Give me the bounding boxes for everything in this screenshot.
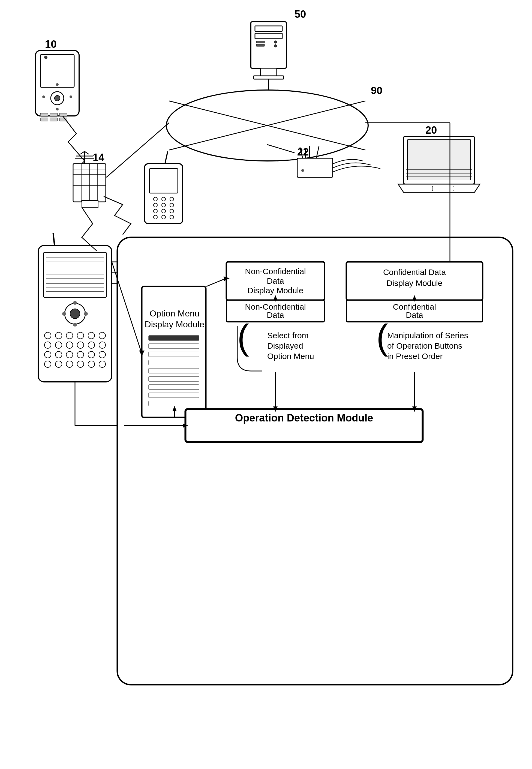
svg-rect-23 <box>50 113 58 116</box>
label-20: 20 <box>425 124 437 136</box>
svg-rect-3 <box>256 41 265 43</box>
svg-point-19 <box>70 95 72 98</box>
svg-point-87 <box>84 312 88 315</box>
non-conf-module-label-1: Non-Confidential <box>245 267 306 276</box>
svg-rect-25 <box>40 118 48 121</box>
label-90: 90 <box>371 85 382 96</box>
svg-line-29 <box>80 151 85 154</box>
label-14: 14 <box>93 152 104 163</box>
svg-rect-42 <box>82 200 98 207</box>
conf-module-label-1: Confidential Data <box>383 267 446 276</box>
svg-point-69 <box>301 169 304 172</box>
svg-rect-8 <box>254 76 284 79</box>
non-conf-module-label-2: Data <box>267 276 284 285</box>
svg-point-17 <box>55 95 60 101</box>
brace-left-1: ( <box>237 317 249 357</box>
select-menu-label-1: Select from <box>267 331 309 340</box>
conf-module-label-2: Display Module <box>386 278 442 287</box>
conf-data-label-1: Confidential <box>393 302 436 311</box>
svg-point-21 <box>56 108 59 110</box>
svg-rect-65 <box>297 158 333 177</box>
option-menu-label-1: Option Menu <box>149 308 199 318</box>
conf-data-label-2: Data <box>406 310 423 319</box>
svg-point-86 <box>62 312 66 315</box>
label-50: 50 <box>294 8 306 20</box>
svg-point-18 <box>42 95 45 98</box>
svg-point-85 <box>70 309 80 318</box>
svg-rect-60 <box>407 140 471 180</box>
svg-rect-14 <box>40 55 74 87</box>
manip-label-3: in Preset Order <box>387 351 443 360</box>
svg-point-6 <box>274 44 277 47</box>
svg-rect-74 <box>44 252 106 297</box>
non-conf-data-label-2: Data <box>267 310 284 319</box>
svg-line-73 <box>53 233 55 245</box>
diagram-container: 50 90 10 <box>0 0 532 769</box>
svg-rect-26 <box>50 118 58 121</box>
svg-rect-46 <box>149 169 178 193</box>
svg-line-45 <box>165 151 168 164</box>
non-conf-module-label-3: Display Module <box>247 286 303 295</box>
manip-label-2: of Operation Buttons <box>387 341 462 350</box>
svg-point-89 <box>73 323 77 326</box>
label-10: 10 <box>45 38 56 50</box>
svg-point-5 <box>274 41 277 43</box>
svg-rect-125 <box>149 335 199 340</box>
op-detect-label-1: Operation Detection Module <box>235 412 373 424</box>
select-menu-label-3: Option Menu <box>267 351 314 360</box>
svg-rect-4 <box>256 44 265 46</box>
label-22: 22 <box>297 146 309 158</box>
select-menu-label-2: Displayed <box>267 341 303 350</box>
svg-point-15 <box>44 56 47 59</box>
svg-rect-7 <box>260 68 277 76</box>
svg-point-88 <box>73 301 77 305</box>
non-conf-data-label-1: Non-Confidential <box>245 302 306 311</box>
manip-label-1: Manipulation of Series <box>387 331 468 340</box>
brace-left-2: ( <box>376 317 388 357</box>
option-menu-label-2: Display Module <box>145 319 205 329</box>
svg-point-20 <box>56 83 59 86</box>
svg-rect-22 <box>40 113 48 116</box>
svg-line-30 <box>85 151 89 154</box>
